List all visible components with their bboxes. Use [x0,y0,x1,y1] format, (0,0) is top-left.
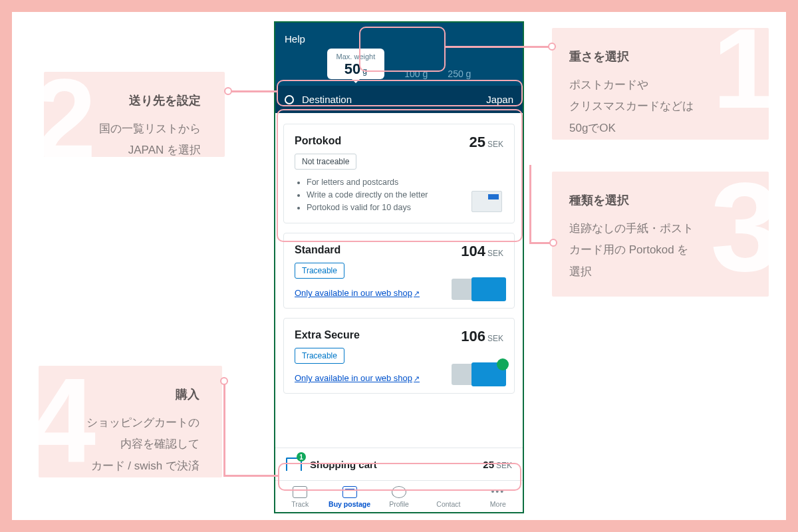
connector-2-dot [224,87,232,95]
connector-3v [529,165,531,243]
standard-price: 104SEK [461,243,503,260]
cart-icon: 1 [286,458,302,471]
weight-option-100[interactable]: 100 g [404,68,428,79]
weight-option-50[interactable]: Max. weight 50g [327,49,385,79]
track-icon [293,486,307,498]
anno3-title: 種類を選択 [569,189,749,211]
shopping-cart-row[interactable]: 1 Shopping cart 25SEK [275,448,523,480]
tab-profile[interactable]: Profile [374,486,424,508]
anno4-line1: ショッピングカートの [56,412,200,434]
external-icon-2: ↗ [414,374,420,382]
anno3-line3: 選択 [569,261,749,283]
badge-traceable-extra: Traceable [295,348,344,364]
connector-4-dot [220,377,228,385]
check-icon [497,358,509,370]
anno2-title: 送り先を設定 [61,89,201,112]
portokod-price: 25SEK [469,134,504,151]
standard-webshop-link[interactable]: Only available in our web shop↗ [295,288,420,298]
product-list: Portokod 25SEK Not traceable For letters… [275,113,523,448]
product-portokod[interactable]: Portokod 25SEK Not traceable For letters… [283,124,515,223]
annotation-4: 4 購入 ショッピングカートの 内容を確認して カード / swish で決済 [39,366,222,477]
anno2-line1: 国の一覧リストから [61,118,201,140]
tab-buy-label: Buy postage [325,500,374,508]
connector-4v [223,380,225,476]
anno2-line2: JAPAN を選択 [61,140,201,157]
product-extra-secure[interactable]: Extra Secure 106SEK Traceable Only avail… [283,318,515,394]
destination-bar[interactable]: Destination Japan [275,86,523,113]
badge-not-traceable: Not traceable [295,154,356,170]
connector-1-dot [548,43,556,51]
destination-label: Destination [302,94,352,105]
extra-webshop-link[interactable]: Only available in our web shop↗ [295,373,420,383]
anno3-line1: 追跡なしの手紙・ポスト [569,218,749,239]
phone-mockup: Help Max. weight 50g 100 g 250 g Destina… [274,21,524,513]
extra-price: 106SEK [461,328,503,345]
anno1-line3: 50gでOK [569,118,749,139]
connector-3-dot [549,239,557,247]
anno4-line3: カード / swish で決済 [56,456,200,477]
tab-contact[interactable]: Contact [424,486,473,508]
app-header: Help Max. weight 50g 100 g 250 g [275,23,523,86]
connector-3h [529,242,552,244]
tab-buy-postage[interactable]: Buy postage [325,486,374,508]
tab-more[interactable]: More [473,486,523,508]
standard-illustration [450,272,506,301]
cart-badge: 1 [297,452,306,462]
cart-label: Shopping cart [310,459,377,470]
weight-unit: g [362,66,367,76]
anno1-title: 重さを選択 [569,45,749,68]
annotation-1: 1 重さを選択 ポストカードや クリスマスカードなどは 50gでOK [552,28,769,140]
profile-icon [392,486,406,498]
anno3-line2: カード用の Portokod を [569,239,749,261]
anno1-line1: ポストカードや [569,74,749,96]
anno1-line2: クリスマスカードなどは [569,96,749,117]
extra-illustration [450,357,506,386]
tab-more-label: More [473,500,523,508]
help-link[interactable]: Help [285,33,513,45]
tab-track-label: Track [275,500,325,508]
external-icon: ↗ [414,289,420,297]
annotation-3: 3 種類を選択 追跡なしの手紙・ポスト カード用の Portokod を 選択 [552,172,769,297]
tab-bar: Track Buy postage Profile Contact More [275,480,523,512]
connector-4h [223,475,279,477]
weight-option-250[interactable]: 250 g [448,68,471,79]
connector-2 [225,90,278,92]
max-weight-label: Max. weight [336,53,376,61]
connector-1 [446,46,551,48]
annotation-2: 2 送り先を設定 国の一覧リストから JAPAN を選択 [44,72,225,157]
pin-icon [285,95,294,104]
buy-icon [342,486,357,498]
cart-price: 25SEK [483,459,512,470]
anno4-line2: 内容を確認して [56,434,200,455]
tab-contact-label: Contact [424,500,473,508]
anno4-title: 購入 [56,383,200,406]
product-standard[interactable]: Standard 104SEK Traceable Only available… [283,233,515,309]
tab-profile-label: Profile [374,500,424,508]
more-icon [491,486,505,498]
badge-traceable-std: Traceable [295,263,344,279]
portokod-illustration [450,187,506,216]
weight-value-50: 50 [344,61,360,77]
destination-value: Japan [486,94,513,105]
tab-track[interactable]: Track [275,486,325,508]
weight-selector: Max. weight 50g 100 g 250 g [285,49,513,79]
